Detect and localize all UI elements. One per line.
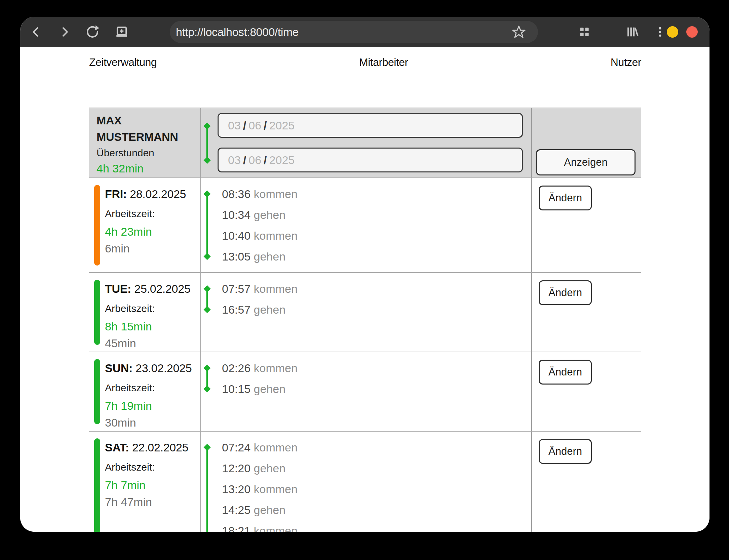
forward-button[interactable]: [57, 25, 72, 39]
date-to-day: 06: [248, 154, 261, 167]
time-entry: 07:24 kommen: [222, 437, 531, 458]
weekday-label: TUE:: [105, 282, 131, 295]
time-type: kommen: [254, 362, 298, 374]
time-entry: 13:05 gehen: [222, 246, 531, 267]
time-entry: 07:57 kommen: [222, 278, 531, 299]
day-actions-cell: Ändern: [532, 273, 641, 352]
day-summary-text: SUN: 23.02.2025 Arbeitszeit: 7h 19min 30…: [89, 352, 200, 431]
time-value: 14:25: [222, 504, 251, 516]
time-range-connector: [204, 289, 210, 310]
connector-line: [206, 447, 208, 532]
library-icon: [625, 25, 639, 39]
pause-value: 6min: [105, 240, 200, 257]
minimize-window-dot[interactable]: [667, 26, 678, 38]
status-bar: [94, 359, 100, 424]
reload-icon: [85, 25, 100, 39]
employee-name-line2: MUSTERMANN: [97, 129, 200, 145]
worktime-label: Arbeitszeit:: [105, 378, 200, 397]
date-from-input[interactable]: 03/06/2025: [218, 113, 523, 138]
time-range-connector: [204, 194, 210, 256]
reload-button[interactable]: [85, 25, 100, 39]
date-from-month: 03: [228, 119, 241, 132]
time-value: 07:24: [222, 441, 251, 454]
time-value: 07:57: [222, 282, 251, 295]
close-window-dot[interactable]: [686, 26, 698, 38]
time-entries: 07:24 kommen 12:20 gehen 13:20 kommen 14…: [201, 432, 531, 532]
employee-name-line1: MAX: [97, 112, 200, 129]
browser-window: http://localhost:8000/time: [20, 17, 709, 532]
time-entry: 08:36 kommen: [222, 184, 531, 204]
time-value: 10:15: [222, 383, 251, 395]
time-value: 13:20: [222, 483, 251, 495]
kebab-menu-icon: [653, 25, 667, 39]
pause-value: 45min: [105, 335, 200, 352]
date-separator: /: [264, 154, 267, 167]
day-summary-cell: SAT: 22.02.2025 Arbeitszeit: 7h 7min 7h …: [89, 432, 200, 532]
anzeigen-button[interactable]: Anzeigen: [536, 149, 636, 175]
aendern-button[interactable]: Ändern: [539, 186, 592, 210]
time-value: 02:26: [222, 362, 251, 374]
day-summary-text: TUE: 25.02.2025 Arbeitszeit: 8h 15min 45…: [89, 273, 200, 352]
time-entry: 10:40 kommen: [222, 225, 531, 246]
day-actions-cell: Ändern: [532, 432, 641, 532]
time-type: gehen: [254, 462, 286, 475]
overtime-value: 4h 32min: [97, 161, 200, 176]
date-to-input[interactable]: 03/06/2025: [218, 148, 523, 172]
aendern-button[interactable]: Ändern: [539, 280, 592, 305]
time-entries-cell: 07:24 kommen 12:20 gehen 13:20 kommen 14…: [200, 432, 532, 532]
date-label: 22.02.2025: [132, 441, 188, 454]
time-type: kommen: [254, 483, 298, 495]
time-type: kommen: [254, 524, 298, 532]
day-summary-cell: SUN: 23.02.2025 Arbeitszeit: 7h 19min 30…: [89, 352, 200, 431]
date-label: 23.02.2025: [136, 362, 192, 374]
url-text[interactable]: http://localhost:8000/time: [176, 26, 299, 39]
new-window-icon: [115, 25, 129, 39]
time-entries-cell: 02:26 kommen 10:15 gehen: [200, 352, 532, 431]
table-header-row: MAX MUSTERMANN Überstunden 4h 32min 03/0…: [89, 108, 641, 177]
apps-grid-button[interactable]: [577, 25, 592, 39]
weekday-label: FRI:: [105, 188, 127, 200]
chevron-left-icon: [29, 25, 43, 39]
diamond-bottom-icon: [203, 157, 210, 164]
date-label: 25.02.2025: [134, 282, 190, 295]
date-filter-cell: 03/06/2025 03/06/2025: [200, 108, 532, 177]
bookmark-button[interactable]: [511, 24, 527, 40]
chevron-right-icon: [58, 25, 71, 39]
time-entry: 18:21 kommen: [222, 520, 531, 532]
aendern-button[interactable]: Ändern: [539, 360, 592, 385]
back-button[interactable]: [29, 25, 43, 39]
time-type: kommen: [254, 229, 298, 242]
new-window-button[interactable]: [114, 25, 129, 39]
menu-button[interactable]: [653, 25, 667, 39]
date-from-day: 06: [248, 119, 261, 132]
time-type: gehen: [254, 208, 286, 221]
page-nav: Zeitverwaltung Mitarbeiter Nutzer: [89, 54, 641, 70]
aendern-button[interactable]: Ändern: [539, 439, 592, 464]
connector-line: [206, 194, 208, 256]
time-table: MAX MUSTERMANN Überstunden 4h 32min 03/0…: [89, 108, 641, 532]
day-row: FRI: 28.02.2025 Arbeitszeit: 4h 23min 6m…: [89, 177, 641, 272]
url-bar[interactable]: http://localhost:8000/time: [170, 21, 538, 43]
time-value: 08:36: [222, 188, 251, 200]
nav-zeitverwaltung[interactable]: Zeitverwaltung: [89, 56, 157, 69]
nav-nutzer[interactable]: Nutzer: [611, 56, 641, 69]
worktime-label: Arbeitszeit:: [105, 458, 200, 477]
day-actions-cell: Ändern: [532, 178, 641, 272]
time-type: gehen: [254, 303, 286, 316]
library-button[interactable]: [625, 25, 640, 39]
nav-mitarbeiter[interactable]: Mitarbeiter: [359, 56, 408, 69]
grid-icon: [578, 26, 591, 38]
worktime-label: Arbeitszeit:: [105, 299, 200, 318]
time-type: kommen: [254, 282, 298, 295]
time-entries-cell: 08:36 kommen 10:34 gehen 10:40 kommen 13…: [200, 178, 532, 272]
day-row: SUN: 23.02.2025 Arbeitszeit: 7h 19min 30…: [89, 352, 641, 431]
date-to-year: 2025: [269, 154, 295, 167]
pause-value: 7h 47min: [105, 493, 200, 510]
time-range-connector: [204, 368, 210, 389]
connector-line: [206, 126, 208, 160]
time-type: gehen: [254, 383, 286, 395]
day-summary-text: SAT: 22.02.2025 Arbeitszeit: 7h 7min 7h …: [89, 432, 200, 510]
time-type: gehen: [254, 504, 286, 516]
time-type: kommen: [254, 188, 298, 200]
status-bar: [94, 185, 100, 266]
